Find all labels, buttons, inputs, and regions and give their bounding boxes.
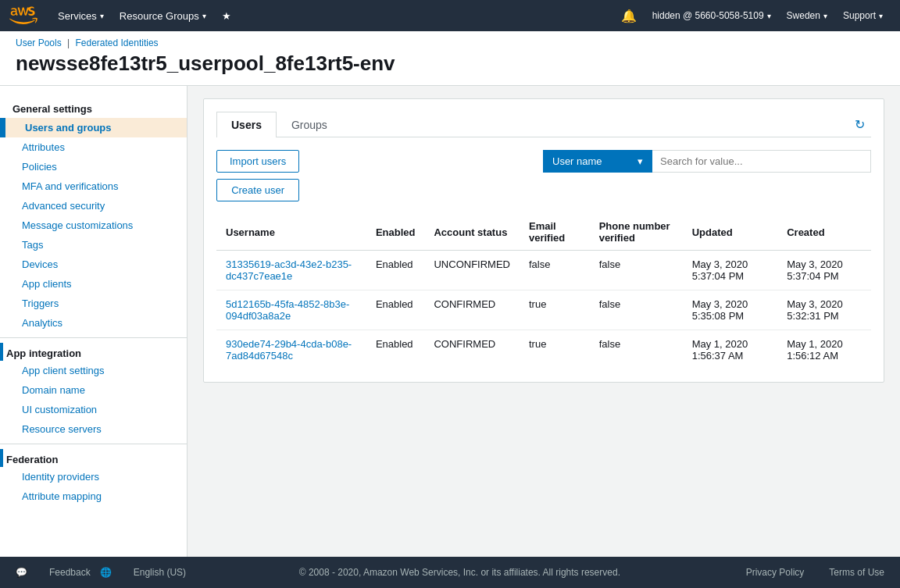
- search-input[interactable]: [652, 150, 871, 173]
- sidebar-item-mfa[interactable]: MFA and verifications: [0, 176, 187, 196]
- breadcrumb-userpools[interactable]: User Pools: [16, 37, 62, 48]
- col-header-updated: Updated: [683, 214, 778, 251]
- user-caret: ▾: [767, 12, 771, 20]
- search-bar: User name ▾: [543, 150, 871, 173]
- updated-cell-1: May 3, 2020 5:35:08 PM: [683, 290, 778, 330]
- terms-of-use-link[interactable]: Terms of Use: [829, 567, 884, 578]
- language-link[interactable]: English (US): [134, 567, 186, 578]
- aws-logo[interactable]: [9, 6, 38, 25]
- users-table: Username Enabled Account status Email ve…: [216, 214, 871, 369]
- tab-groups[interactable]: Groups: [277, 112, 342, 137]
- enabled-cell-0: Enabled: [366, 251, 425, 290]
- col-header-phone-verified: Phone number verified: [590, 214, 683, 251]
- resource-groups-nav[interactable]: Resource Groups ▾: [112, 0, 214, 31]
- table-row: 930ede74-29b4-4cda-b08e-7ad84d67548cEnab…: [216, 330, 871, 370]
- support-caret: ▾: [879, 12, 883, 20]
- sidebar-item-app-clients[interactable]: App clients: [0, 274, 187, 294]
- top-nav: Services ▾ Resource Groups ▾ ★ 🔔 hidden …: [0, 0, 900, 31]
- email-verified-cell-0: false: [520, 251, 590, 290]
- breadcrumb-federated[interactable]: Federated Identities: [76, 37, 159, 48]
- sidebar-item-triggers[interactable]: Triggers: [0, 294, 187, 313]
- phone-verified-cell-2: false: [590, 330, 683, 370]
- sidebar-item-advanced-security[interactable]: Advanced security: [0, 196, 187, 216]
- bookmark-nav[interactable]: ★: [214, 0, 239, 31]
- privacy-policy-link[interactable]: Privacy Policy: [746, 567, 805, 578]
- page-title: newsse8fe13tr5_userpool_8fe13rt5-env: [16, 52, 884, 76]
- col-header-email-verified: Email verified: [520, 214, 590, 251]
- bookmark-icon: ★: [222, 10, 231, 22]
- col-header-username: Username: [216, 214, 366, 251]
- region-menu[interactable]: Sweden ▾: [779, 10, 835, 21]
- sidebar-divider-1: [0, 337, 187, 338]
- sidebar-item-policies[interactable]: Policies: [0, 157, 187, 176]
- footer: 💬 Feedback 🌐 English (US) © 2008 - 2020,…: [0, 557, 900, 588]
- col-header-account-status: Account status: [424, 214, 520, 251]
- phone-verified-cell-1: false: [590, 290, 683, 330]
- support-menu[interactable]: Support ▾: [835, 10, 891, 21]
- federation-header: Federation: [3, 449, 187, 467]
- created-cell-1: May 3, 2020 5:32:31 PM: [777, 290, 871, 330]
- phone-verified-cell-0: false: [590, 251, 683, 290]
- feedback-link[interactable]: Feedback: [49, 567, 91, 578]
- sidebar-item-identity-providers[interactable]: Identity providers: [0, 467, 187, 486]
- col-header-enabled: Enabled: [366, 214, 425, 251]
- email-verified-cell-1: true: [520, 290, 590, 330]
- sidebar-divider-2: [0, 444, 187, 444]
- refresh-button[interactable]: ↻: [852, 114, 868, 135]
- create-user-button[interactable]: Create user: [216, 179, 299, 201]
- sidebar: General settings Users and groups Attrib…: [0, 86, 188, 588]
- user-link-1[interactable]: 5d12165b-45fa-4852-8b3e-094df03a8a2e: [226, 298, 349, 322]
- app-integration-header: App integration: [3, 343, 187, 361]
- sidebar-item-analytics[interactable]: Analytics: [0, 313, 187, 333]
- user-menu[interactable]: hidden @ 5660-5058-5109 ▾: [645, 10, 779, 21]
- resource-groups-caret: ▾: [202, 12, 206, 20]
- services-caret: ▾: [100, 12, 104, 20]
- sidebar-item-attributes[interactable]: Attributes: [0, 137, 187, 157]
- globe-icon: 🌐: [100, 567, 112, 578]
- col-header-created: Created: [777, 214, 871, 251]
- created-cell-2: May 1, 2020 1:56:12 AM: [777, 330, 871, 370]
- general-settings-header: General settings: [9, 98, 95, 116]
- import-users-button[interactable]: Import users: [216, 150, 299, 173]
- email-verified-cell-2: true: [520, 330, 590, 370]
- copyright-text: © 2008 - 2020, Amazon Web Services, Inc.…: [299, 567, 620, 578]
- user-link-0[interactable]: 31335619-ac3d-43e2-b235-dc437c7eae1e: [226, 258, 352, 282]
- updated-cell-0: May 3, 2020 5:37:04 PM: [683, 251, 778, 290]
- status-cell-1: CONFIRMED: [424, 290, 520, 330]
- status-cell-0: UNCONFIRMED: [424, 251, 520, 290]
- table-row: 31335619-ac3d-43e2-b235-dc437c7eae1eEnab…: [216, 251, 871, 290]
- refresh-icon: ↻: [855, 118, 865, 131]
- created-cell-0: May 3, 2020 5:37:04 PM: [777, 251, 871, 290]
- services-nav[interactable]: Services ▾: [50, 0, 112, 31]
- search-dropdown[interactable]: User name ▾: [543, 150, 652, 173]
- updated-cell-2: May 1, 2020 1:56:37 AM: [683, 330, 778, 370]
- breadcrumb-separator: |: [67, 37, 70, 48]
- breadcrumb: User Pools | Federated Identities: [16, 37, 884, 48]
- enabled-cell-2: Enabled: [366, 330, 425, 370]
- sidebar-item-resource-servers[interactable]: Resource servers: [0, 419, 187, 439]
- sidebar-item-app-client-settings[interactable]: App client settings: [0, 361, 187, 380]
- sidebar-item-ui-customization[interactable]: UI customization: [0, 400, 187, 419]
- sidebar-item-message-customizations[interactable]: Message customizations: [0, 216, 187, 235]
- toolbar: Import users Create user User name ▾: [216, 150, 871, 201]
- page-header: User Pools | Federated Identities newsse…: [0, 31, 900, 86]
- notification-bell[interactable]: 🔔: [613, 9, 645, 23]
- sidebar-item-attribute-mapping[interactable]: Attribute mapping: [0, 486, 187, 506]
- status-cell-2: CONFIRMED: [424, 330, 520, 370]
- table-row: 5d12165b-45fa-4852-8b3e-094df03a8a2eEnab…: [216, 290, 871, 330]
- sidebar-item-domain-name[interactable]: Domain name: [0, 380, 187, 400]
- tab-users[interactable]: Users: [216, 112, 277, 137]
- feedback-icon: 💬: [16, 567, 27, 578]
- sidebar-item-tags[interactable]: Tags: [0, 235, 187, 255]
- content-card: Users Groups ↻ Import users Create user: [203, 98, 884, 383]
- enabled-cell-1: Enabled: [366, 290, 425, 330]
- sidebar-item-devices[interactable]: Devices: [0, 255, 187, 274]
- region-caret: ▾: [823, 12, 827, 20]
- user-link-2[interactable]: 930ede74-29b4-4cda-b08e-7ad84d67548c: [226, 338, 352, 362]
- sidebar-item-users-groups[interactable]: Users and groups: [3, 118, 187, 137]
- main-content: Users Groups ↻ Import users Create user: [188, 86, 900, 588]
- dropdown-caret-icon: ▾: [638, 155, 643, 167]
